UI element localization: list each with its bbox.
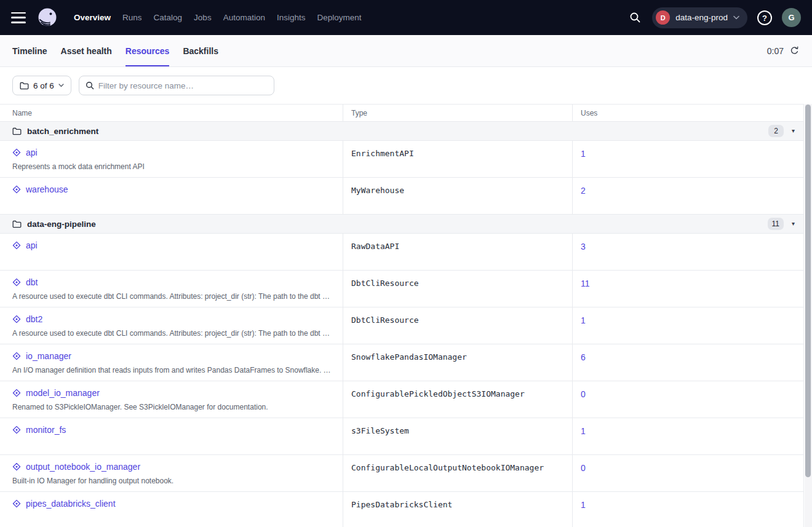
help-icon[interactable]: ? bbox=[755, 9, 774, 27]
resource-uses-link[interactable]: 1 bbox=[581, 500, 586, 510]
nav-item-runs[interactable]: Runs bbox=[121, 10, 143, 25]
resources-table: Name Type Uses batch_enrichment 2 ▾ api … bbox=[0, 104, 804, 527]
table-header: Name Type Uses bbox=[0, 105, 803, 122]
resource-name-link[interactable]: pipes_databricks_client bbox=[26, 499, 116, 509]
resource-uses-link[interactable]: 0 bbox=[581, 463, 586, 473]
resource-name-link[interactable]: model_io_manager bbox=[26, 388, 100, 398]
resource-icon bbox=[12, 185, 21, 194]
resource-description: Renamed to S3PickleIOManager. See S3Pick… bbox=[12, 403, 333, 411]
table-body: batch_enrichment 2 ▾ api Represents a mo… bbox=[0, 122, 803, 527]
user-avatar[interactable]: G bbox=[782, 8, 801, 27]
resource-name-link[interactable]: dbt2 bbox=[26, 314, 42, 324]
resource-row-model-io-manager: model_io_manager Renamed to S3PickleIOMa… bbox=[0, 381, 803, 418]
resource-type: DbtCliResource bbox=[343, 271, 572, 307]
tab-bar: TimelineAsset healthResourcesBackfills 0… bbox=[0, 35, 812, 67]
resource-type: RawDataAPI bbox=[343, 234, 572, 270]
resource-icon bbox=[12, 499, 21, 508]
group-name: batch_enrichment bbox=[27, 127, 98, 136]
resource-filter bbox=[79, 76, 274, 95]
resource-row-api: api Represents a mock data enrichment AP… bbox=[0, 141, 803, 178]
resource-uses-link[interactable]: 6 bbox=[581, 352, 586, 362]
tab-resources[interactable]: Resources bbox=[125, 35, 170, 66]
search-icon bbox=[86, 81, 94, 90]
resource-uses-link[interactable]: 0 bbox=[581, 389, 586, 399]
svg-text:?: ? bbox=[762, 14, 767, 23]
resource-icon bbox=[12, 315, 21, 323]
filter-bar: 6 of 6 bbox=[0, 67, 812, 104]
resource-uses-link[interactable]: 2 bbox=[581, 186, 586, 196]
resource-uses-link[interactable]: 1 bbox=[581, 149, 586, 159]
nav-item-insights[interactable]: Insights bbox=[276, 10, 307, 25]
resource-icon bbox=[12, 389, 21, 397]
resource-type: SnowflakePandasIOManager bbox=[343, 344, 572, 381]
resource-description: A resource used to execute dbt CLI comma… bbox=[12, 292, 333, 301]
resource-icon bbox=[12, 352, 21, 360]
nav-item-automation[interactable]: Automation bbox=[222, 10, 266, 25]
resource-row-warehouse: warehouse MyWarehouse 2 bbox=[0, 178, 803, 215]
resource-type: EnrichmentAPI bbox=[343, 141, 572, 177]
resource-row-dbt2: dbt2 A resource used to execute dbt CLI … bbox=[0, 307, 803, 344]
resource-group-row-batch-enrichment[interactable]: batch_enrichment 2 ▾ bbox=[0, 122, 803, 141]
scrollbar-track[interactable] bbox=[805, 104, 812, 527]
resource-type: ConfigurableLocalOutputNotebookIOManager bbox=[343, 455, 572, 491]
resource-name-link[interactable]: api bbox=[26, 240, 38, 250]
column-header-name: Name bbox=[0, 105, 343, 121]
collapse-caret-icon[interactable]: ▾ bbox=[792, 221, 795, 227]
resource-row-api: api RawDataAPI 3 bbox=[0, 234, 803, 271]
tabs: TimelineAsset healthResourcesBackfills bbox=[12, 35, 218, 66]
refresh-icon[interactable] bbox=[789, 46, 800, 57]
resource-description: Built-in IO Manager for handling output … bbox=[12, 477, 333, 485]
folder-icon bbox=[20, 82, 29, 90]
tab-backfills[interactable]: Backfills bbox=[183, 35, 218, 66]
column-header-uses: Uses bbox=[572, 105, 804, 121]
top-nav-items: OverviewRunsCatalogJobsAutomationInsight… bbox=[73, 10, 363, 25]
resource-name-link[interactable]: warehouse bbox=[26, 184, 68, 194]
chevron-down-icon bbox=[733, 15, 739, 20]
nav-item-catalog[interactable]: Catalog bbox=[153, 10, 184, 25]
resource-row-io-manager: io_manager An I/O manager definition tha… bbox=[0, 344, 803, 381]
nav-item-deployment[interactable]: Deployment bbox=[316, 10, 362, 25]
resource-description: A resource used to execute dbt CLI comma… bbox=[12, 329, 333, 338]
resource-group-row-data-eng-pipeline[interactable]: data-eng-pipeline 11 ▾ bbox=[0, 215, 803, 234]
resource-uses-link[interactable]: 3 bbox=[581, 242, 586, 252]
search-icon[interactable] bbox=[626, 9, 644, 27]
resource-filter-input[interactable] bbox=[98, 81, 268, 90]
nav-item-overview[interactable]: Overview bbox=[73, 10, 112, 25]
resource-name-link[interactable]: io_manager bbox=[26, 351, 71, 361]
resource-type: DbtCliResource bbox=[343, 307, 572, 344]
group-count-filter-label: 6 of 6 bbox=[33, 81, 54, 90]
resource-description: An I/O manager definition that reads inp… bbox=[12, 366, 333, 374]
group-name: data-eng-pipeline bbox=[27, 220, 96, 229]
menu-icon[interactable] bbox=[11, 12, 26, 23]
scrollbar-thumb[interactable] bbox=[805, 105, 811, 477]
resource-name-link[interactable]: monitor_fs bbox=[26, 425, 66, 435]
resource-icon bbox=[12, 148, 21, 157]
resource-description: Represents a mock data enrichment API bbox=[12, 162, 333, 171]
resource-icon bbox=[12, 278, 21, 287]
refresh-timer: 0:07 bbox=[767, 46, 784, 56]
resource-row-monitor-fs: monitor_fs s3FileSystem 1 bbox=[0, 418, 803, 455]
folder-icon bbox=[12, 220, 22, 228]
resource-uses-link[interactable]: 1 bbox=[581, 426, 586, 436]
tab-asset-health[interactable]: Asset health bbox=[61, 35, 112, 66]
resource-uses-link[interactable]: 11 bbox=[581, 279, 590, 288]
collapse-caret-icon[interactable]: ▾ bbox=[792, 128, 795, 134]
resource-type: ConfigurablePickledObjectS3IOManager bbox=[343, 381, 572, 418]
deployment-switcher[interactable]: D data-eng-prod bbox=[652, 7, 747, 28]
resource-type: PipesDatabricksClient bbox=[343, 492, 572, 527]
dagster-logo[interactable] bbox=[36, 6, 59, 30]
deployment-name: data-eng-prod bbox=[675, 13, 728, 22]
nav-item-jobs[interactable]: Jobs bbox=[193, 10, 213, 25]
resource-type: s3FileSystem bbox=[343, 418, 572, 454]
resource-name-link[interactable]: dbt bbox=[26, 277, 38, 287]
resource-row-output-notebook-io-manager: output_notebook_io_manager Built-in IO M… bbox=[0, 455, 803, 492]
resource-name-link[interactable]: output_notebook_io_manager bbox=[26, 462, 140, 472]
resource-uses-link[interactable]: 1 bbox=[581, 315, 586, 325]
resource-name-link[interactable]: api bbox=[26, 148, 38, 157]
resource-icon bbox=[12, 241, 21, 250]
tab-timeline[interactable]: Timeline bbox=[12, 35, 47, 66]
column-header-type: Type bbox=[343, 105, 572, 121]
resource-type: MyWarehouse bbox=[343, 178, 572, 214]
chevron-down-icon bbox=[58, 84, 64, 87]
group-count-filter-button[interactable]: 6 of 6 bbox=[12, 76, 71, 95]
